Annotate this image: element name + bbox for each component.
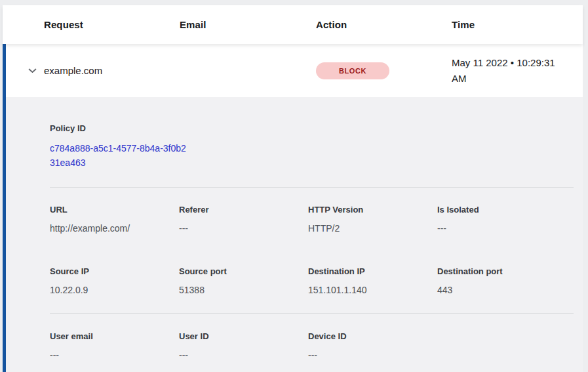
field-label: Referer [179,205,308,215]
field-value: 151.101.1.140 [308,285,437,295]
field-label: Source IP [50,266,179,276]
chevron-down-icon [27,65,38,76]
field-destination-ip: Destination IP 151.101.1.140 [308,266,437,295]
expand-row-toggle[interactable] [6,65,44,76]
row-action-cell: BLOCK [316,62,452,79]
field-value: http://example.com/ [50,223,179,234]
field-value: --- [50,350,179,360]
field-http-version: HTTP Version HTTP/2 [308,205,437,234]
policy-id-label: Policy ID [50,123,574,133]
field-value: --- [179,350,308,360]
column-header-request: Request [44,19,180,30]
field-label: URL [50,205,179,215]
field-value: 10.22.0.9 [50,285,179,295]
log-table-card: Request Email Action Time example.com BL… [3,5,583,372]
field-device-id: Device ID --- [308,331,437,360]
detail-fields-row-2: Source IP 10.22.0.9 Source port 51388 De… [50,266,574,295]
column-header-email: Email [180,19,316,30]
field-label: Device ID [308,331,437,341]
field-source-port: Source port 51388 [179,266,308,295]
field-url: URL http://example.com/ [50,205,179,234]
detail-divider [50,187,574,188]
log-table-row[interactable]: example.com BLOCK May 11 2022 • 10:29:31… [3,44,583,97]
column-header-action: Action [316,19,452,30]
table-header-row: Request Email Action Time [3,5,583,44]
detail-divider [50,313,574,314]
field-label: Source port [179,266,308,276]
field-value: 443 [437,285,566,295]
row-request-value: example.com [44,65,180,76]
field-value: HTTP/2 [308,223,437,234]
detail-fields-row-3: User email --- User ID --- Device ID --- [50,331,574,360]
field-referer: Referer --- [179,205,308,234]
row-time-value: May 11 2022 • 10:29:31 AM [452,55,583,87]
field-label: Destination port [437,266,566,276]
policy-id-link[interactable]: c784a888-a5c1-4577-8b4a-3f0b231ea463 [50,142,191,170]
field-label: Destination IP [308,266,437,276]
field-value: --- [179,223,308,234]
field-source-ip: Source IP 10.22.0.9 [50,266,179,295]
field-label: HTTP Version [308,205,437,215]
field-destination-port: Destination port 443 [437,266,566,295]
field-label: User ID [179,331,308,341]
field-label: User email [50,331,179,341]
field-user-email: User email --- [50,331,179,360]
field-label: Is Isolated [437,205,566,215]
field-value: --- [308,350,437,360]
field-value: 51388 [179,285,308,295]
detail-fields-row-1: URL http://example.com/ Referer --- HTTP… [50,205,574,234]
field-user-id: User ID --- [179,331,308,360]
block-status-badge: BLOCK [316,62,389,79]
field-value: --- [437,223,566,234]
row-detail-panel: Policy ID c784a888-a5c1-4577-8b4a-3f0b23… [3,97,583,372]
column-header-time: Time [452,19,583,30]
field-is-isolated: Is Isolated --- [437,205,566,234]
